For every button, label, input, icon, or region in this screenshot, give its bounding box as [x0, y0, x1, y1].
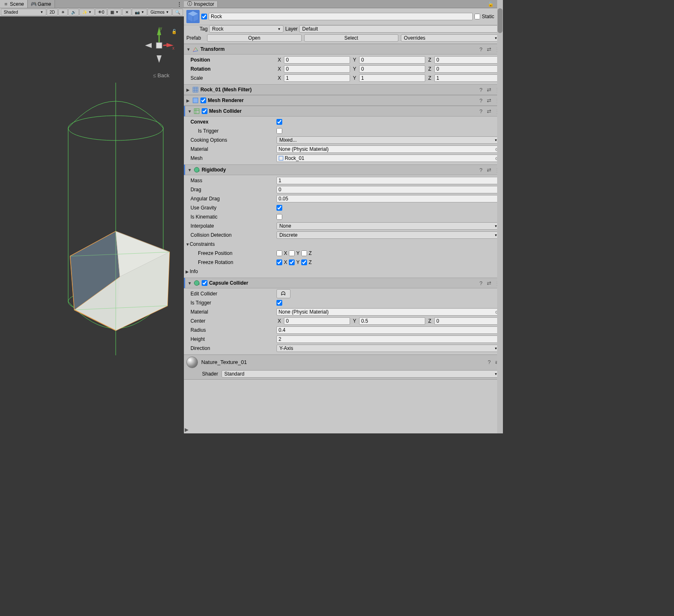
preset-icon[interactable]: ⇄	[486, 87, 492, 93]
convex-checkbox[interactable]	[276, 119, 282, 125]
grid-icon[interactable]: ▦▼	[107, 9, 121, 16]
hidden-objects[interactable]: 👁0	[95, 9, 107, 16]
gameobject-active-checkbox[interactable]	[201, 14, 207, 19]
transform-header[interactable]: ▼ Transform ?⇄⋮	[184, 44, 503, 55]
gameobject-name-input[interactable]	[209, 13, 473, 20]
rotation-y[interactable]	[359, 65, 425, 73]
scale-y[interactable]	[359, 74, 425, 82]
freezerot-z[interactable]	[301, 259, 307, 265]
help-icon[interactable]: ?	[478, 108, 484, 114]
audio-icon[interactable]: 🔊	[68, 9, 79, 16]
scrollbar[interactable]	[497, 0, 503, 433]
cc-istrigger-checkbox[interactable]	[276, 300, 282, 306]
meshrenderer-enabled[interactable]	[200, 98, 206, 103]
foldout-icon[interactable]: ▼	[188, 281, 192, 285]
foldout-icon[interactable]: ▼	[188, 109, 192, 114]
constraints-foldout[interactable]: ▼	[186, 242, 190, 247]
material-name: Nature_Texture_01	[201, 359, 483, 365]
help-icon[interactable]: ?	[478, 98, 484, 103]
capsule-enabled[interactable]	[202, 280, 207, 286]
freezepos-z[interactable]	[301, 250, 307, 256]
center-z[interactable]	[434, 317, 500, 325]
mass-input[interactable]	[276, 177, 500, 184]
freezerot-y[interactable]	[289, 259, 295, 265]
help-icon[interactable]: ?	[478, 280, 484, 286]
foldout-icon[interactable]: ▼	[188, 168, 192, 172]
freezerot-x[interactable]	[276, 259, 282, 265]
static-checkbox[interactable]	[474, 14, 480, 19]
lock-icon[interactable]: 🔓	[488, 1, 494, 7]
mc-material-field[interactable]: None (Physic Material)⊙	[276, 145, 500, 153]
prefab-open-button[interactable]: Open	[207, 34, 302, 42]
position-z[interactable]	[434, 56, 500, 64]
collision-dropdown[interactable]: Discrete▼	[276, 231, 500, 239]
interpolate-dropdown[interactable]: None▼	[276, 222, 500, 230]
info-foldout[interactable]: ▶	[186, 269, 190, 274]
tools-icon[interactable]: ✕	[122, 9, 131, 16]
scene-geometry	[33, 78, 184, 376]
help-icon[interactable]: ?	[486, 359, 492, 365]
layer-dropdown[interactable]: Default▼	[299, 25, 503, 33]
freezepos-x[interactable]	[276, 250, 282, 256]
direction-dropdown[interactable]: Y-Axis▼	[276, 345, 500, 352]
meshcollider-header[interactable]: ▼ Mesh Collider ?⇄⋮	[184, 106, 503, 117]
collapse-arrow-icon[interactable]: ▶	[185, 427, 188, 433]
capsule-header[interactable]: ▼ + Capsule Collider ?⇄⋮	[184, 278, 503, 288]
tag-dropdown[interactable]: Rock▼	[209, 25, 283, 33]
help-icon[interactable]: ?	[478, 87, 484, 93]
angulardrag-input[interactable]	[276, 195, 500, 202]
iskinematic-checkbox[interactable]	[276, 214, 282, 220]
preset-icon[interactable]: ⇄	[486, 280, 492, 286]
position-y[interactable]	[359, 56, 425, 64]
editcollider-button[interactable]: ᗣ	[276, 289, 291, 298]
panel-menu-icon[interactable]: ⋮	[176, 1, 182, 7]
meshrenderer-header[interactable]: ▶ Mesh Renderer ?⇄⋮	[184, 95, 503, 106]
preset-icon[interactable]: ⇄	[486, 46, 492, 52]
cooking-dropdown[interactable]: Mixed...▼	[276, 136, 500, 144]
scale-x[interactable]	[284, 74, 350, 82]
lighting-icon[interactable]: ☀	[58, 9, 68, 16]
gizmos-dropdown[interactable]: Gizmos▼	[148, 9, 172, 16]
help-icon[interactable]: ?	[478, 167, 484, 173]
search-icon[interactable]: 🔍	[172, 9, 183, 16]
cc-material-field[interactable]: None (Physic Material)⊙	[276, 308, 500, 316]
shader-dropdown[interactable]: Standard▼	[221, 370, 500, 378]
freezepos-y[interactable]	[289, 250, 295, 256]
prefab-overrides-dropdown[interactable]: Overrides▼	[401, 34, 500, 42]
preset-icon[interactable]: ⇄	[486, 108, 492, 114]
rotation-z[interactable]	[434, 65, 500, 73]
toggle-2d[interactable]: 2D	[47, 9, 58, 16]
foldout-icon[interactable]: ▶	[186, 98, 191, 103]
orientation-gizmo[interactable]: y x 🔓	[143, 25, 176, 66]
usegravity-checkbox[interactable]	[276, 205, 282, 211]
svg-text:+: +	[198, 282, 200, 286]
preset-icon[interactable]: ⇄	[486, 98, 492, 103]
foldout-icon[interactable]: ▼	[186, 47, 191, 52]
meshcollider-enabled[interactable]	[202, 108, 207, 114]
meshfilter-header[interactable]: ▶ Rock_01 (Mesh Filter) ?⇄⋮	[184, 84, 503, 95]
foldout-icon[interactable]: ▶	[186, 88, 191, 92]
preset-icon[interactable]: ⇄	[486, 167, 492, 173]
tab-inspector[interactable]: ⓘ Inspector	[184, 1, 218, 7]
scale-z[interactable]	[434, 74, 500, 82]
height-input[interactable]	[276, 335, 500, 343]
scene-viewport[interactable]: y x 🔓 ≤ Back	[0, 17, 184, 433]
shading-dropdown[interactable]: Shaded▼	[1, 9, 46, 16]
prefab-select-button[interactable]: Select	[304, 34, 399, 42]
help-icon[interactable]: ?	[478, 46, 484, 52]
center-y[interactable]	[359, 317, 425, 325]
position-x[interactable]	[284, 56, 350, 64]
rigidbody-header[interactable]: ▼ + Rigidbody ?⇄⋮	[184, 164, 503, 175]
tab-game[interactable]: 🎮 Game	[28, 0, 55, 8]
rotation-x[interactable]	[284, 65, 350, 73]
material-header[interactable]: Nature_Texture_01 ?⇄	[184, 354, 503, 369]
mc-istrigger-checkbox[interactable]	[276, 128, 282, 134]
radius-input[interactable]	[276, 326, 500, 334]
fx-icon[interactable]: ✨▼	[79, 9, 95, 16]
drag-input[interactable]	[276, 186, 500, 193]
camera-icon[interactable]: 📷▼	[132, 9, 147, 16]
center-x[interactable]	[284, 317, 350, 325]
tab-scene[interactable]: ⌗ Scene	[0, 0, 28, 8]
mc-mesh-field[interactable]: Rock_01⊙	[276, 155, 500, 162]
svg-text:🔓: 🔓	[171, 29, 176, 34]
